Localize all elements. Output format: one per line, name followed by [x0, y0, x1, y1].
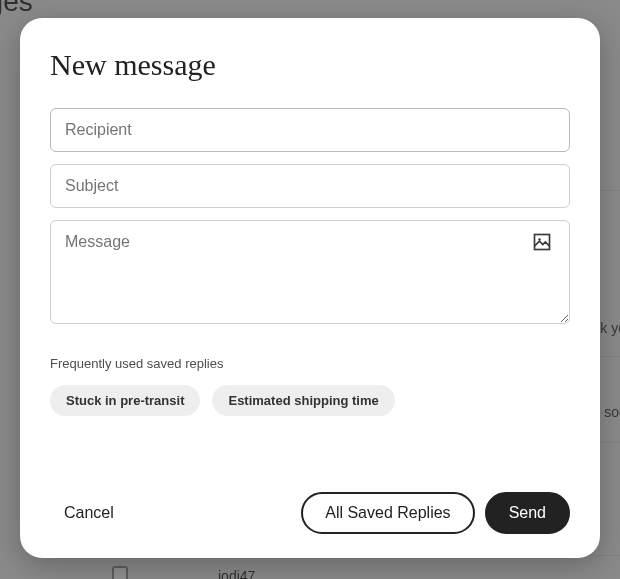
modal-footer: Cancel All Saved Replies Send	[50, 492, 570, 534]
chip-estimated-shipping-time[interactable]: Estimated shipping time	[212, 385, 394, 416]
new-message-modal: New message Frequently used saved replie…	[20, 18, 600, 558]
send-button[interactable]: Send	[485, 492, 570, 534]
chip-stuck-in-pre-transit[interactable]: Stuck in pre-transit	[50, 385, 200, 416]
cancel-button[interactable]: Cancel	[50, 494, 128, 532]
svg-rect-0	[535, 235, 550, 250]
recipient-input[interactable]	[50, 108, 570, 152]
modal-title: New message	[50, 48, 570, 82]
subject-input[interactable]	[50, 164, 570, 208]
image-icon[interactable]	[532, 232, 552, 252]
saved-reply-chips: Stuck in pre-transit Estimated shipping …	[50, 385, 570, 416]
message-textarea[interactable]	[50, 220, 570, 324]
saved-replies-label: Frequently used saved replies	[50, 356, 570, 371]
all-saved-replies-button[interactable]: All Saved Replies	[301, 492, 474, 534]
